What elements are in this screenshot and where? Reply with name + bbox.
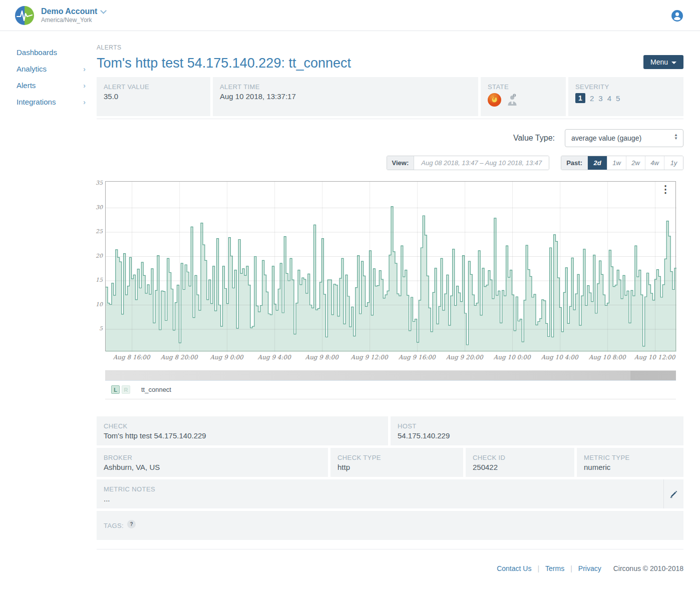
broker-value: Ashburn, VA, US [104, 463, 321, 471]
severity-level-5: 5 [616, 94, 620, 103]
severity-level-4: 4 [607, 94, 611, 103]
legend-series-name: tt_connect [141, 386, 171, 393]
check-label: CHECK [104, 422, 381, 430]
metric-notes-box: METRIC NOTES ... [97, 479, 683, 508]
chevron-down-icon [101, 8, 107, 14]
state-label: STATE [488, 83, 559, 91]
chart-legend: L R tt_connect [105, 385, 676, 394]
host-value: 54.175.140.229 [398, 431, 676, 440]
view-range-group: View: Aug 08 2018, 13:47 – Aug 10 2018, … [387, 156, 550, 170]
edit-notes-button[interactable] [663, 479, 683, 508]
sidebar-item-label: Dashboards [17, 48, 57, 57]
alert-time-label: ALERT TIME [220, 83, 471, 91]
alert-fire-icon [488, 93, 501, 107]
metric-type-value: numeric [584, 463, 676, 471]
sidebar-item-integrations[interactable]: Integrations› [0, 94, 97, 110]
x-tick-label: Aug 10 8:00 [589, 354, 626, 361]
y-tick-label: 35 [96, 180, 103, 186]
alert-value: 35.0 [104, 92, 203, 101]
copyright: Circonus © 2010-2018 [613, 564, 683, 572]
sidebar-item-label: Analytics [17, 65, 47, 73]
sidebar-item-label: Alerts [17, 81, 36, 90]
top-bar: Demo Account America/New_York [0, 0, 700, 31]
circonus-logo[interactable] [15, 6, 34, 25]
past-option-1y[interactable]: 1y [664, 156, 683, 170]
check-type-label: CHECK TYPE [337, 454, 456, 461]
y-tick-label: 15 [96, 277, 103, 283]
select-spinner-icon: ▲▼ [674, 133, 678, 140]
account-name[interactable]: Demo Account [41, 7, 97, 16]
check-type-box: CHECK TYPE http [330, 448, 463, 477]
past-group: Past: 2d1w2w4w1y [561, 156, 683, 170]
bottom-divider [97, 549, 683, 549]
user-avatar-icon[interactable] [671, 10, 683, 22]
chevron-right-icon: › [83, 65, 86, 73]
check-value: Tom's http test 54.175.140.229 [104, 431, 381, 440]
alert-value-box: ALERT VALUE 35.0 [97, 77, 210, 116]
alert-time-box: ALERT TIME Aug 10 2018, 13:37:17 [213, 77, 478, 116]
x-tick-label: Aug 9 0:00 [210, 354, 243, 361]
page-title: Tom's http test 54.175.140.229: tt_conne… [97, 56, 351, 71]
sidebar-item-label: Integrations [17, 98, 56, 106]
check-box: CHECK Tom's http test 54.175.140.229 [97, 416, 388, 445]
view-range-input[interactable]: Aug 08 2018, 13:47 – Aug 10 2018, 13:47 [414, 156, 549, 170]
alert-time: Aug 10 2018, 13:37:17 [220, 92, 471, 101]
y-tick-label: 5 [99, 325, 103, 332]
section-divider [97, 119, 683, 119]
value-type-label: Value Type: [513, 134, 555, 143]
x-tick-label: Aug 10 0:00 [494, 354, 531, 361]
sidebar-item-analytics[interactable]: Analytics› [0, 61, 97, 77]
footer: Contact Us|Terms|Privacy Circonus © 2010… [97, 564, 683, 589]
breadcrumb: ALERTS [97, 44, 683, 51]
chevron-right-icon: › [83, 81, 86, 90]
footer-separator: | [537, 564, 539, 572]
severity-level-2: 2 [590, 94, 594, 103]
chart-range-scrollbar[interactable] [105, 370, 676, 381]
legend-left-axis-toggle[interactable]: L [111, 385, 120, 394]
past-label: Past: [561, 156, 588, 170]
tags-help-icon[interactable]: ? [127, 520, 136, 528]
y-tick-label: 30 [96, 204, 103, 211]
footer-link-privacy[interactable]: Privacy [578, 564, 601, 572]
past-option-2w[interactable]: 2w [626, 156, 645, 170]
value-type-select[interactable]: average value (gauge) ▲▼ [565, 129, 683, 147]
x-tick-label: Aug 9 12:00 [351, 354, 388, 361]
footer-separator: | [570, 564, 572, 572]
past-option-4w[interactable]: 4w [645, 156, 664, 170]
acknowledge-person-icon [506, 94, 518, 106]
chart-plot-area[interactable]: ⋮ [105, 181, 676, 351]
value-type-selected: average value (gauge) [571, 134, 641, 142]
chart-widget: 5101520253035 ⋮ Aug 8 16:00Aug 8 20:00Au… [105, 181, 676, 399]
severity-label: SEVERITY [575, 83, 676, 91]
menu-button[interactable]: Menu [643, 55, 683, 69]
chart-menu-icon[interactable]: ⋮ [660, 185, 670, 194]
footer-link-terms[interactable]: Terms [545, 564, 564, 572]
tags-label: TAGS: [104, 522, 124, 529]
state-box: STATE [481, 77, 566, 116]
legend-right-axis-toggle[interactable]: R [122, 385, 130, 394]
severity-box: SEVERITY 12345 [568, 77, 683, 116]
menu-button-label: Menu [650, 58, 668, 66]
sidebar-item-alerts[interactable]: Alerts› [0, 77, 97, 94]
x-tick-label: Aug 8 20:00 [161, 354, 198, 361]
footer-link-contact-us[interactable]: Contact Us [497, 564, 531, 572]
broker-box: BROKER Ashburn, VA, US [97, 448, 328, 477]
x-tick-label: Aug 10 4:00 [541, 354, 578, 361]
severity-level-1: 1 [575, 93, 585, 103]
pencil-icon [670, 490, 677, 498]
account-switcher[interactable]: Demo Account America/New_York [41, 7, 105, 24]
broker-label: BROKER [104, 454, 321, 461]
x-tick-label: Aug 9 16:00 [399, 354, 436, 361]
y-axis-labels: 5101520253035 [95, 181, 104, 351]
past-option-1w[interactable]: 1w [607, 156, 626, 170]
x-axis-labels: Aug 8 16:00Aug 8 20:00Aug 9 0:00Aug 9 4:… [105, 351, 676, 363]
caret-down-icon [671, 62, 676, 64]
x-tick-label: Aug 10 12:00 [634, 354, 675, 361]
check-id-label: CHECK ID [473, 454, 567, 461]
past-option-2d[interactable]: 2d [588, 156, 607, 170]
metric-notes-label: METRIC NOTES [104, 485, 656, 493]
check-id-box: CHECK ID 250422 [466, 448, 574, 477]
sidebar-item-dashboards[interactable]: Dashboards [0, 44, 97, 61]
severity-level-3: 3 [598, 94, 602, 103]
metric-type-box: METRIC TYPE numeric [577, 448, 683, 477]
